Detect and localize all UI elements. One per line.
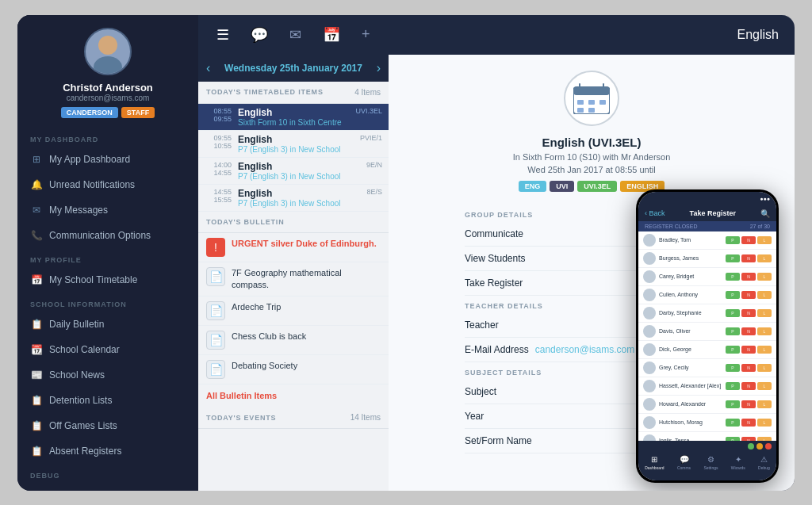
btn-absent-3[interactable]: N <box>741 273 756 281</box>
btn-present-9[interactable]: P <box>726 382 740 390</box>
student-item-1[interactable]: Bradley, Tom P N L <box>638 231 776 250</box>
envelope-icon[interactable]: ✉ <box>289 26 301 44</box>
date-navigation: ‹ Wednesday 25th January 2017 › <box>198 55 389 82</box>
student-item-11[interactable]: Hutchison, Morag P N L <box>638 414 776 432</box>
btn-absent-6[interactable]: N <box>741 327 756 335</box>
btn-absent-5[interactable]: N <box>741 309 756 317</box>
bulletin-item-urgent[interactable]: ! URGENT silver Duke of Edinburgh. <box>198 233 389 262</box>
btn-absent-11[interactable]: N <box>741 419 756 427</box>
student-avatar-5 <box>643 307 656 319</box>
phone-back-button[interactable]: ‹ Back <box>645 209 665 217</box>
timetable-item-4[interactable]: 14:55 15:55 English 8E/S P7 (English 3) … <box>198 185 389 212</box>
user-profile: Christof Anderson canderson@isams.com CA… <box>17 15 198 128</box>
sidebar-item-school-news[interactable]: 📰 School News <box>17 362 198 388</box>
phone-nav-dashboard[interactable]: ⊞ Dashboard <box>645 455 664 477</box>
sidebar-item-daily-bulletin[interactable]: 📋 Daily Bulletin <box>17 312 198 337</box>
bulletin-section-header: TODAY'S BULLETIN <box>198 212 389 233</box>
events-label: TODAY'S EVENTS <box>206 414 276 422</box>
btn-present-1[interactable]: P <box>726 236 740 244</box>
sidebar-item-school-calendar[interactable]: 📆 School Calendar <box>17 337 198 362</box>
bulletin-item-chess[interactable]: 📄 Chess Club is back <box>198 326 389 355</box>
timetable-subject-4: English <box>238 188 272 199</box>
register-label: REGISTER CLOSED <box>645 224 698 229</box>
all-bulletin-link[interactable]: All Bulletin Items <box>198 384 389 407</box>
student-item-5[interactable]: Darby, Stephanie P N L <box>638 304 776 323</box>
sidebar-item-school-timetable[interactable]: 📅 My School Timetable <box>17 267 198 293</box>
phone-nav-comms[interactable]: 💬 Comms <box>677 455 691 477</box>
next-date-arrow[interactable]: › <box>377 61 381 75</box>
phone-color-dots <box>638 441 776 452</box>
student-item-10[interactable]: Howard, Alexander P N L <box>638 396 776 414</box>
btn-late-11[interactable]: L <box>757 419 772 427</box>
bulletin-item-ardeche[interactable]: 📄 Ardeche Trip <box>198 296 389 326</box>
btn-late-8[interactable]: L <box>757 364 772 372</box>
btn-absent-4[interactable]: N <box>741 291 756 299</box>
bulletin-label: TODAY'S BULLETIN <box>206 218 284 226</box>
btn-present-7[interactable]: P <box>726 346 740 354</box>
btn-late-10[interactable]: L <box>757 400 772 408</box>
btn-late-5[interactable]: L <box>757 309 772 317</box>
btn-late-9[interactable]: L <box>757 382 772 390</box>
prev-date-arrow[interactable]: ‹ <box>206 61 210 75</box>
phone-nav-wizards[interactable]: ✦ Wizards <box>731 455 745 477</box>
bulletin-item-geography[interactable]: 📄 7F Geography mathematical compass. <box>198 262 389 297</box>
btn-absent-8[interactable]: N <box>741 364 756 372</box>
bulletin-normal-icon-3: 📄 <box>206 331 225 350</box>
btn-absent-2[interactable]: N <box>741 254 756 262</box>
email-value[interactable]: canderson@isams.com <box>535 344 635 355</box>
btn-present-6[interactable]: P <box>726 327 740 335</box>
sidebar-item-communication-options[interactable]: 📞 Communication Options <box>17 223 198 248</box>
student-item-4[interactable]: Cullen, Anthony P N L <box>638 286 776 304</box>
btn-absent-1[interactable]: N <box>741 236 756 244</box>
student-btns-7: P N L <box>726 346 772 354</box>
btn-present-5[interactable]: P <box>726 309 740 317</box>
btn-late-6[interactable]: L <box>757 327 772 335</box>
btn-present-4[interactable]: P <box>726 291 740 299</box>
btn-present-2[interactable]: P <box>726 254 740 262</box>
class-time: Wed 25th Jan 2017 at 08:55 until <box>527 165 655 174</box>
sidebar-item-absent-registers[interactable]: 📋 Absent Registers <box>17 438 198 464</box>
current-date: Wednesday 25th January 2017 <box>224 63 362 74</box>
student-item-2[interactable]: Burgess, James P N L <box>638 250 776 268</box>
main-header: English <box>389 15 795 55</box>
btn-present-3[interactable]: P <box>726 273 740 281</box>
student-item-12[interactable]: Inglis, Tessa P N L <box>638 432 776 441</box>
student-item-3[interactable]: Carey, Bridget P N L <box>638 268 776 286</box>
btn-late-4[interactable]: L <box>757 291 772 299</box>
timetable-item-3[interactable]: 14:00 14:55 English 9E/N P7 (English 3) … <box>198 158 389 185</box>
btn-absent-7[interactable]: N <box>741 346 756 354</box>
btn-present-11[interactable]: P <box>726 419 740 427</box>
phone-nav-debug[interactable]: ⚠ Debug <box>758 455 770 477</box>
btn-late-7[interactable]: L <box>757 346 772 354</box>
menu-icon[interactable]: ☰ <box>216 26 229 44</box>
teacher-label: Teacher <box>465 319 499 331</box>
student-item-7[interactable]: Dick, George P N L <box>638 341 776 359</box>
btn-absent-9[interactable]: N <box>741 382 756 390</box>
student-avatar-1 <box>643 234 656 247</box>
sidebar-item-detention-lists[interactable]: 📋 Detention Lists <box>17 388 198 413</box>
btn-late-1[interactable]: L <box>757 236 772 244</box>
btn-present-8[interactable]: P <box>726 364 740 372</box>
calendar-nav-icon[interactable]: 📅 <box>323 26 340 44</box>
btn-late-2[interactable]: L <box>757 254 772 262</box>
btn-absent-10[interactable]: N <box>741 400 756 408</box>
plus-icon[interactable]: + <box>362 26 370 43</box>
sidebar-item-unread-notifications[interactable]: 🔔 Unread Notifications <box>17 172 198 197</box>
student-item-8[interactable]: Grey, Cecily P N L <box>638 359 776 377</box>
timetable-item-2[interactable]: 09:55 10:55 English PVIE/1 P7 (English 3… <box>198 131 389 158</box>
phone-search-icon[interactable]: 🔍 <box>760 209 770 218</box>
sidebar-item-off-games[interactable]: 📋 Off Games Lists <box>17 413 198 438</box>
phone-register-header: REGISTER CLOSED 27 of 30 <box>638 221 776 231</box>
bulletin-item-debating[interactable]: 📄 Debating Society <box>198 355 389 384</box>
btn-late-3[interactable]: L <box>757 273 772 281</box>
student-item-9[interactable]: Hassett, Alexander [Alex] P N L <box>638 377 776 396</box>
sidebar-item-my-messages[interactable]: ✉ My Messages <box>17 197 198 223</box>
btn-present-10[interactable]: P <box>726 400 740 408</box>
end-time-4: 15:55 <box>205 196 232 204</box>
timetable-item-1[interactable]: 08:55 09:55 English UVI.3EL Sixth Form 1… <box>198 104 389 131</box>
student-item-6[interactable]: Davis, Oliver P N L <box>638 323 776 341</box>
sidebar-item-app-dashboard[interactable]: ⊞ My App Dashboard <box>17 147 198 172</box>
chat-icon[interactable]: 💬 <box>251 26 268 44</box>
phone-nav-settings[interactable]: ⚙ Settings <box>703 455 718 477</box>
phone-header: ‹ Back Take Register 🔍 <box>638 206 776 221</box>
